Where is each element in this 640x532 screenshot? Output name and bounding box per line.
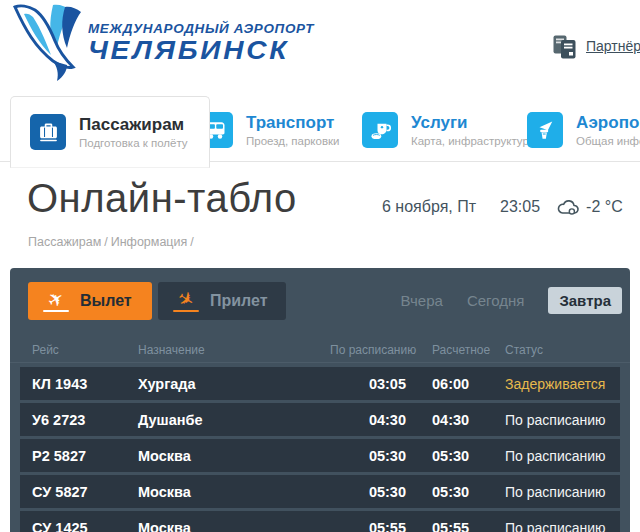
destination: Москва (138, 448, 330, 464)
estimated-time: 05:30 (406, 484, 492, 500)
scheduled-time: 05:30 (330, 448, 406, 464)
col-estimated: Расчетное (406, 343, 492, 357)
scheduled-time: 05:30 (330, 484, 406, 500)
logo-line1: МЕЖДУНАРОДНЫЙ АЭРОПОРТ (88, 22, 314, 36)
col-flight: Рейс (32, 343, 138, 357)
nav-tab-subtitle: Карта, инфраструктура (411, 135, 535, 147)
destination: Москва (138, 484, 330, 500)
destination: Москва (138, 520, 330, 532)
cloud-icon (555, 197, 580, 216)
bird-logo-icon (8, 2, 86, 86)
col-status: Статус (492, 343, 608, 357)
col-destination: Назначение (138, 343, 330, 357)
status-badge: По расписанию (492, 520, 608, 532)
breadcrumb-information[interactable]: Информация (111, 235, 188, 249)
nav-tab-passengers[interactable]: Пассажирам Подготовка к полёту (10, 96, 210, 168)
table-row: Р2 5827 Москва 05:30 05:30 По расписанию (20, 439, 620, 472)
main-navigation: Пассажирам Подготовка к полёту Транспорт… (0, 96, 640, 170)
current-time: 23:05 (500, 198, 540, 216)
nav-tab-services[interactable]: Услуги Карта, инфраструктура (362, 112, 535, 148)
airplane-tower-icon (527, 112, 563, 148)
plane-landing-icon: ✈ (172, 290, 200, 313)
nav-tab-title: Аэропорт (576, 113, 640, 133)
breadcrumb-passengers[interactable]: Пассажирам (28, 235, 101, 249)
scheduled-time: 03:05 (330, 376, 406, 392)
breadcrumb-separator: / (104, 235, 107, 249)
coffee-cup-icon (362, 112, 398, 148)
flight-number: СУ 5827 (32, 484, 138, 500)
logo-text: МЕЖДУНАРОДНЫЙ АЭРОПОРТ ЧЕЛЯБИНСК (88, 22, 314, 63)
partner-link-label: Партнёрам (586, 38, 640, 54)
estimated-time: 04:30 (406, 412, 492, 428)
day-tab-tomorrow[interactable]: Завтра (548, 287, 622, 314)
scheduled-time: 04:30 (330, 412, 406, 428)
current-date: 6 ноября, Пт (382, 198, 476, 216)
temperature: -2 °С (586, 198, 623, 216)
arrivals-tab[interactable]: ✈ Прилет (158, 282, 286, 320)
page: МЕЖДУНАРОДНЫЙ АЭРОПОРТ ЧЕЛЯБИНСК Партнёр… (0, 0, 640, 532)
destination: Хургада (138, 376, 330, 392)
arrivals-tab-label: Прилет (210, 292, 268, 310)
partner-documents-icon (552, 32, 579, 60)
flight-number: У6 2723 (32, 412, 138, 428)
nav-tab-subtitle: Проезд, парковки (246, 135, 339, 147)
day-filter: Вчера Сегодня Завтра (401, 287, 622, 314)
date-weather-bar: 6 ноября, Пт 23:05 -2 °С (382, 197, 623, 216)
flight-board: ✈ Вылет ✈ Прилет Вчера Сегодня Завтра Ре… (10, 268, 630, 532)
nav-tab-title: Пассажирам (79, 115, 188, 135)
nav-tab-airport[interactable]: Аэропорт Общая информация (527, 112, 640, 148)
plane-takeoff-icon: ✈ (42, 290, 70, 313)
scheduled-time: 05:55 (330, 520, 406, 532)
breadcrumb-separator: / (190, 235, 193, 249)
departures-tab-label: Вылет (80, 292, 132, 310)
day-tab-today[interactable]: Сегодня (467, 292, 525, 309)
page-title: Онлайн-табло (27, 176, 297, 221)
partner-link[interactable]: Партнёрам (552, 32, 640, 60)
logo-line2: ЧЕЛЯБИНСК (88, 38, 314, 63)
flight-number: Р2 5827 (32, 448, 138, 464)
status-badge: Задерживается (492, 376, 608, 392)
table-row: СУ 1425 Москва 05:55 05:55 По расписанию (20, 511, 620, 532)
nav-tab-title: Транспорт (246, 113, 339, 133)
table-row: СУ 5827 Москва 05:30 05:30 По расписанию (20, 475, 620, 508)
flight-number: КЛ 1943 (32, 376, 138, 392)
airport-logo[interactable]: МЕЖДУНАРОДНЫЙ АЭРОПОРТ ЧЕЛЯБИНСК (8, 2, 290, 86)
table-header-divider (10, 362, 630, 363)
nav-tab-transport[interactable]: Транспорт Проезд, парковки (197, 112, 339, 148)
nav-tab-subtitle: Общая информация (576, 135, 640, 147)
flight-number: СУ 1425 (32, 520, 138, 532)
status-badge: По расписанию (492, 412, 608, 428)
col-scheduled: По расписанию (330, 343, 406, 357)
nav-tab-title: Услуги (411, 113, 535, 133)
status-badge: По расписанию (492, 484, 608, 500)
suitcase-icon (30, 114, 66, 150)
estimated-time: 05:55 (406, 520, 492, 532)
day-tab-yesterday[interactable]: Вчера (401, 292, 443, 309)
estimated-time: 05:30 (406, 448, 492, 464)
status-badge: По расписанию (492, 448, 608, 464)
table-header: Рейс Назначение По расписанию Расчетное … (20, 337, 620, 362)
flight-rows: КЛ 1943 Хургада 03:05 06:00 Задерживаетс… (10, 367, 630, 532)
departures-tab[interactable]: ✈ Вылет (28, 282, 152, 320)
nav-tab-subtitle: Подготовка к полёту (79, 137, 188, 149)
breadcrumb: Пассажирам/Информация/ (28, 235, 197, 249)
estimated-time: 06:00 (406, 376, 492, 392)
table-row: КЛ 1943 Хургада 03:05 06:00 Задерживаетс… (20, 367, 620, 400)
destination: Душанбе (138, 412, 330, 428)
table-row: У6 2723 Душанбе 04:30 04:30 По расписани… (20, 403, 620, 436)
